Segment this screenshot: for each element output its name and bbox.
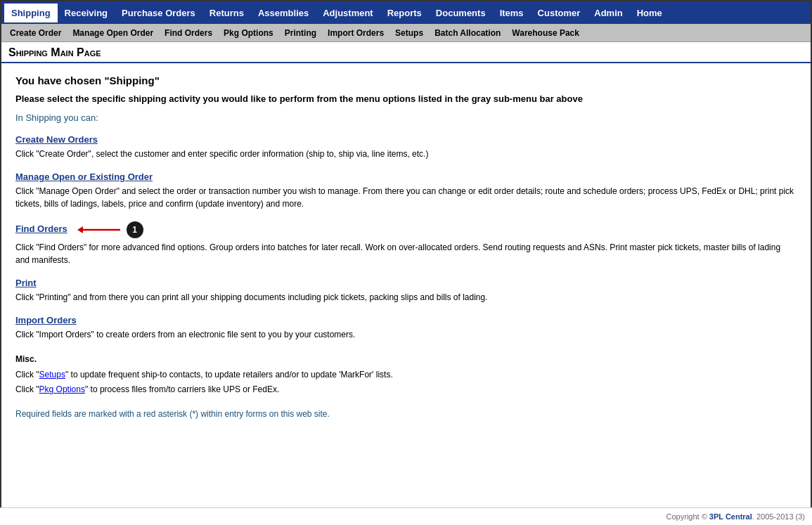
import-orders-desc: Click "Import Orders" to create orders f…: [15, 328, 797, 341]
section-find-orders: Find Orders 1 Click "Find Orders" for mo…: [15, 221, 797, 266]
nav-receiving[interactable]: Receiving: [58, 4, 115, 22]
find-orders-link[interactable]: Find Orders: [15, 223, 67, 234]
annotation-badge: 1: [127, 221, 143, 238]
nav-assemblies[interactable]: Assemblies: [251, 4, 316, 22]
main-content: You have chosen "Shipping" Please select…: [1, 63, 811, 430]
misc-line2: Click "Pkg Options" to process files fro…: [15, 384, 279, 394]
subnav-printing[interactable]: Printing: [279, 25, 322, 41]
required-note: Required fields are marked with a red as…: [15, 409, 797, 419]
footer: Copyright © 3PL Central. 2005-2013 (3): [0, 507, 812, 525]
find-orders-desc: Click "Find Orders" for more advanced fi…: [15, 241, 797, 266]
nav-adjustment[interactable]: Adjustment: [316, 4, 380, 22]
print-desc: Click "Printing" and from there you can …: [15, 291, 797, 304]
subnav-manage-open-order[interactable]: Manage Open Order: [67, 25, 159, 41]
nav-customer[interactable]: Customer: [531, 4, 588, 22]
create-new-orders-desc: Click "Create Order", select the custome…: [15, 148, 797, 160]
pkg-options-link[interactable]: Pkg Options: [39, 384, 85, 394]
sub-nav: Create Order Manage Open Order Find Orde…: [1, 24, 811, 42]
section-misc: Misc. Click "Setups" to update frequent …: [15, 352, 797, 398]
misc-line1: Click "Setups" to update frequent ship-t…: [15, 370, 393, 380]
subnav-find-orders[interactable]: Find Orders: [159, 25, 218, 41]
main-heading: You have chosen "Shipping": [15, 74, 797, 86]
section-create-new-orders: Create New Orders Click "Create Order", …: [15, 134, 797, 160]
manage-open-order-desc: Click "Manage Open Order" and select the…: [15, 185, 797, 210]
section-import-orders: Import Orders Click "Import Orders" to c…: [15, 315, 797, 341]
footer-copyright: Copyright © 3PL Central. 2005-2013 (3): [666, 512, 805, 521]
red-arrow-icon: [75, 223, 124, 237]
section-manage-open-order: Manage Open or Existing Order Click "Man…: [15, 171, 797, 210]
misc-title: Misc.: [15, 354, 37, 364]
nav-home[interactable]: Home: [630, 4, 669, 22]
top-nav: Shipping Receiving Purchase Orders Retur…: [1, 1, 811, 24]
manage-open-order-link[interactable]: Manage Open or Existing Order: [15, 171, 153, 182]
create-new-orders-link[interactable]: Create New Orders: [15, 134, 98, 145]
intro-bold-text: Please select the specific shipping acti…: [15, 93, 797, 104]
page-title: Shipping Main Page: [8, 46, 804, 59]
subnav-create-order[interactable]: Create Order: [4, 25, 67, 41]
import-orders-link[interactable]: Import Orders: [15, 315, 77, 325]
nav-purchase-orders[interactable]: Purchase Orders: [115, 4, 202, 22]
subnav-pkg-options[interactable]: Pkg Options: [218, 25, 279, 41]
subnav-setups[interactable]: Setups: [389, 25, 429, 41]
nav-documents[interactable]: Documents: [429, 4, 493, 22]
intro-text: In Shipping you can:: [15, 112, 797, 123]
nav-admin[interactable]: Admin: [587, 4, 629, 22]
section-print: Print Click "Printing" and from there yo…: [15, 278, 797, 304]
svg-marker-1: [77, 226, 83, 233]
nav-items[interactable]: Items: [493, 4, 531, 22]
nav-reports[interactable]: Reports: [380, 4, 429, 22]
setups-link[interactable]: Setups: [39, 370, 65, 380]
page-title-bar: Shipping Main Page: [1, 42, 811, 63]
footer-link[interactable]: 3PL Central: [709, 512, 752, 521]
nav-returns[interactable]: Returns: [202, 4, 251, 22]
subnav-import-orders[interactable]: Import Orders: [322, 25, 389, 41]
print-link[interactable]: Print: [15, 278, 37, 288]
nav-shipping[interactable]: Shipping: [4, 4, 58, 22]
subnav-warehouse-pack[interactable]: Warehouse Pack: [506, 25, 585, 41]
subnav-batch-allocation[interactable]: Batch Allocation: [429, 25, 506, 41]
